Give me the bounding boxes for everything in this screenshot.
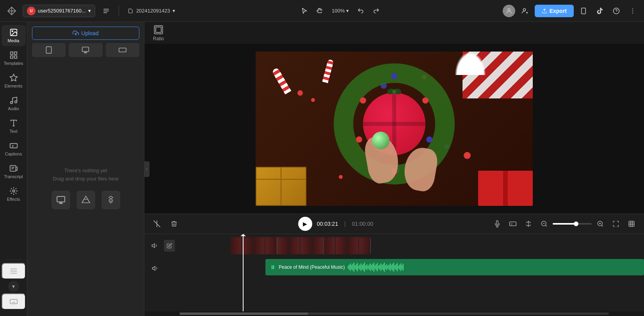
clip-thumb-3 xyxy=(324,237,371,254)
video-track-edit[interactable] xyxy=(164,240,175,252)
waveform-bar xyxy=(396,264,397,270)
format-tablet-button[interactable] xyxy=(32,43,66,57)
microphone-button[interactable] xyxy=(491,218,503,230)
audio-track-controls xyxy=(144,262,180,275)
svg-point-44 xyxy=(360,97,366,104)
scrollbar-thumb[interactable] xyxy=(180,312,308,315)
drive-upload-button[interactable] xyxy=(76,191,95,209)
user-add-button[interactable] xyxy=(518,4,532,18)
trim-tool-button[interactable] xyxy=(151,218,163,230)
format-monitor-button[interactable] xyxy=(69,43,102,57)
video-track-volume[interactable] xyxy=(149,239,161,252)
svg-rect-38 xyxy=(119,48,126,52)
pointer-tool-button[interactable] xyxy=(297,4,311,18)
gift-box-left xyxy=(256,167,306,206)
zoom-level-label: 100% xyxy=(332,8,345,14)
delete-clip-button[interactable] xyxy=(168,218,180,230)
sidebar-keyboard-button[interactable] xyxy=(2,293,26,310)
sidebar-item-elements[interactable]: Elements xyxy=(2,70,26,91)
sidebar-item-templates[interactable]: Templates xyxy=(2,48,26,69)
waveform-bar xyxy=(398,266,399,269)
timeline-scrollbar xyxy=(144,311,644,316)
audio-clip-label: Peace of Mind (Peaceful Music) xyxy=(279,264,345,270)
waveform-bar xyxy=(393,262,394,272)
fit-to-screen-button[interactable] xyxy=(625,218,638,230)
fullscreen-button[interactable] xyxy=(610,218,622,230)
dropbox-upload-button[interactable] xyxy=(101,191,120,209)
sidebar-item-text[interactable]: Text xyxy=(2,116,26,137)
zoom-in-button[interactable] xyxy=(594,218,607,230)
upload-button[interactable]: Upload xyxy=(32,27,139,40)
svg-rect-6 xyxy=(582,8,586,14)
svg-point-20 xyxy=(10,102,12,104)
svg-point-4 xyxy=(523,9,525,11)
svg-marker-67 xyxy=(152,244,155,248)
svg-marker-19 xyxy=(10,74,17,81)
video-clip-1[interactable] xyxy=(230,237,371,254)
svg-point-3 xyxy=(508,9,510,11)
empty-line2: Drag and drop your files here xyxy=(53,176,118,182)
sidebar-item-effects[interactable]: Effects xyxy=(2,184,26,205)
format-buttons xyxy=(32,43,139,57)
divider-left xyxy=(119,5,119,16)
scrollbar-track[interactable] xyxy=(180,312,609,315)
zoom-chevron-icon: ▾ xyxy=(346,8,349,14)
sidebar-media-label: Media xyxy=(8,38,20,43)
sidebar-elements-label: Elements xyxy=(5,84,23,88)
svg-point-45 xyxy=(422,97,429,104)
more-options-button[interactable] xyxy=(626,4,639,18)
project-name-button[interactable]: 202412091423 ▾ xyxy=(125,6,178,16)
timeline-content: ⏸ Peace of Mind (Peaceful Music) // Gene… xyxy=(144,234,644,311)
waveform-bar xyxy=(358,266,359,269)
user-name-label: user525091767160... xyxy=(38,8,86,14)
play-button[interactable]: ▶ xyxy=(298,217,312,231)
tiktok-preview-button[interactable] xyxy=(593,4,607,18)
playhead[interactable] xyxy=(243,234,244,311)
redo-button[interactable] xyxy=(369,4,383,18)
sidebar-more-button[interactable] xyxy=(2,263,26,279)
ratio-button[interactable]: Ratio xyxy=(149,22,168,44)
undo-button[interactable] xyxy=(354,4,368,18)
zoom-out-button[interactable] xyxy=(538,218,550,230)
waveform-bar xyxy=(370,263,371,271)
time-separator: | xyxy=(344,221,346,227)
video-track-controls xyxy=(144,239,180,252)
waveform-bar xyxy=(352,264,353,271)
zoom-slider-track[interactable] xyxy=(553,223,592,225)
sidebar-item-media[interactable]: Media xyxy=(2,25,26,46)
svg-line-60 xyxy=(546,225,547,226)
sidebar-item-transcript[interactable]: Transcript xyxy=(2,161,26,182)
help-button[interactable] xyxy=(610,4,623,18)
audio-clip-1[interactable]: ⏸ Peace of Mind (Peaceful Music) // Gene… xyxy=(265,259,644,275)
export-button[interactable]: Export xyxy=(535,5,574,17)
queue-icon[interactable] xyxy=(99,4,113,18)
phone-preview-button[interactable] xyxy=(577,4,590,18)
zoom-button[interactable]: 100% ▾ xyxy=(329,6,352,15)
panel-empty-state: There's nothing yet Drag and drop your f… xyxy=(27,60,144,316)
waveform-bar xyxy=(397,263,398,271)
svg-rect-18 xyxy=(14,56,16,58)
panel-upload-icons xyxy=(52,191,120,209)
waveform-bar xyxy=(357,263,358,271)
format-widescreen-button[interactable] xyxy=(106,43,139,57)
svg-rect-32 xyxy=(10,300,17,304)
hand-tool-button[interactable] xyxy=(313,4,327,18)
sidebar-item-audio[interactable]: Audio xyxy=(2,93,26,114)
sidebar-item-captions[interactable]: Captions xyxy=(2,138,26,159)
user-menu-button[interactable]: U user525091767160... ▾ xyxy=(23,5,95,17)
waveform-bar xyxy=(385,265,386,269)
zoom-slider-thumb[interactable] xyxy=(574,221,578,226)
waveform-bar xyxy=(374,262,374,272)
svg-point-10 xyxy=(632,8,633,9)
captions-button[interactable] xyxy=(507,218,519,230)
sidebar-collapse-button[interactable]: ▾ xyxy=(8,281,19,292)
audio-track-volume[interactable] xyxy=(149,262,162,275)
video-frame xyxy=(256,52,533,206)
split-button[interactable] xyxy=(522,218,535,230)
computer-upload-button[interactable] xyxy=(52,191,70,209)
waveform-bar xyxy=(371,265,372,270)
waveform-bar xyxy=(349,264,350,270)
sidebar-effects-label: Effects xyxy=(7,197,20,202)
sidebar-templates-label: Templates xyxy=(4,61,23,66)
panel-collapse-handle[interactable]: ‹ xyxy=(144,161,149,177)
